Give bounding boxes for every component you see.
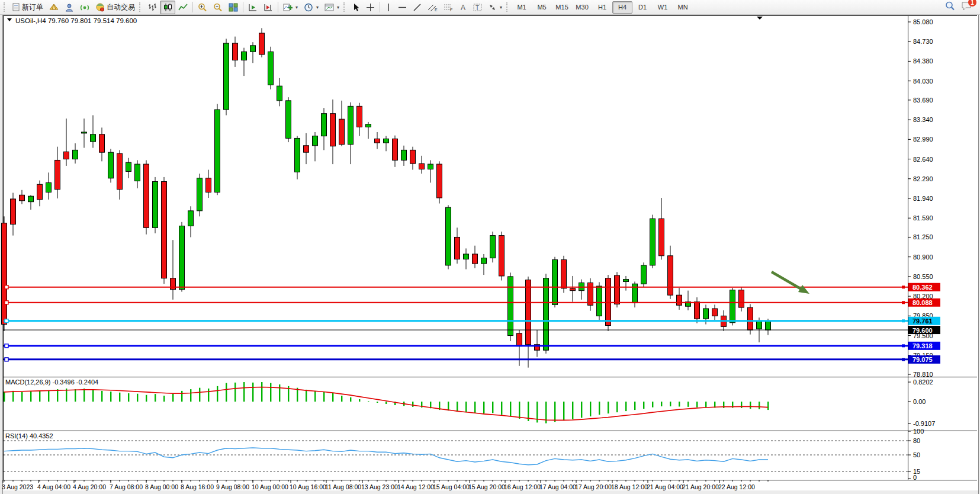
- svg-text:F: F: [450, 8, 452, 12]
- svg-text:85.080: 85.080: [913, 18, 933, 25]
- gold-pyramid-icon: [49, 3, 59, 11]
- label-button[interactable]: T: [470, 1, 485, 14]
- svg-text:-0.9107: -0.9107: [913, 420, 935, 427]
- window-bottom-border: [3, 490, 978, 494]
- timeframe-button-M5[interactable]: M5: [532, 1, 552, 14]
- svg-text:T: T: [475, 4, 479, 11]
- chat-button[interactable]: 1: [961, 1, 972, 13]
- new-order-button[interactable]: 新订单: [9, 1, 46, 14]
- bar-chart-icon: [147, 3, 157, 12]
- svg-text:81.590: 81.590: [913, 214, 933, 222]
- svg-text:10 Aug 00:00: 10 Aug 00:00: [252, 483, 288, 490]
- text-button[interactable]: A: [457, 1, 470, 14]
- gold-pyramid-button[interactable]: [46, 1, 62, 14]
- svg-text:78.810: 78.810: [913, 371, 933, 378]
- svg-text:79.318: 79.318: [912, 342, 933, 349]
- timeframe-button-M1[interactable]: M1: [512, 1, 532, 14]
- timeframe-button-MN[interactable]: MN: [673, 1, 693, 14]
- line-handle[interactable]: [5, 301, 8, 304]
- svg-text:84.030: 84.030: [913, 78, 933, 85]
- dropdown-caret[interactable]: ▾: [337, 5, 339, 10]
- zoom-out-button[interactable]: [210, 1, 226, 14]
- zoom-in-button[interactable]: [195, 1, 210, 14]
- bar-chart-button[interactable]: [144, 1, 160, 14]
- price-chart[interactable]: 85.08084.73084.38084.03083.69083.34082.9…: [0, 0, 980, 494]
- auto-scroll-button[interactable]: [245, 1, 261, 14]
- chart-shift-icon: [264, 3, 273, 12]
- line-handle[interactable]: [902, 344, 905, 347]
- profile-icon: [65, 3, 74, 12]
- svg-text:80.088: 80.088: [912, 299, 933, 306]
- svg-text:21 Aug 20:00: 21 Aug 20:00: [682, 483, 719, 490]
- toolbar-grip: [4, 2, 8, 12]
- text-icon: A: [460, 3, 467, 12]
- svg-text:100: 100: [913, 428, 924, 435]
- svg-text:7 Aug 08:00: 7 Aug 08:00: [110, 483, 143, 490]
- line-handle[interactable]: [902, 358, 905, 361]
- channel-icon: E: [428, 3, 438, 12]
- svg-text:4 Aug 04:00: 4 Aug 04:00: [37, 483, 70, 490]
- toolbar-separator: [278, 2, 278, 12]
- tile-windows-icon: [229, 3, 238, 12]
- globe-icon: [95, 3, 105, 12]
- svg-text:79.761: 79.761: [912, 317, 933, 325]
- new-order-label: 新订单: [22, 2, 43, 12]
- cursor-button[interactable]: [349, 1, 363, 14]
- line-chart-button[interactable]: [175, 1, 191, 14]
- add-indicator-button[interactable]: ▾: [280, 1, 301, 14]
- period-clock-icon: [304, 3, 313, 12]
- chart-shift-button[interactable]: [261, 1, 276, 14]
- trendline-button[interactable]: [410, 1, 425, 14]
- search-button[interactable]: [945, 1, 955, 13]
- line-handle[interactable]: [5, 286, 8, 289]
- svg-text:80.362: 80.362: [912, 284, 933, 291]
- template-button[interactable]: ▾: [322, 1, 342, 14]
- line-handle[interactable]: [5, 319, 8, 323]
- timeframe-button-W1[interactable]: W1: [653, 1, 673, 14]
- svg-text:4 Aug 20:00: 4 Aug 20:00: [73, 483, 106, 490]
- dropdown-caret[interactable]: ▾: [295, 5, 298, 10]
- svg-text:82.290: 82.290: [913, 175, 933, 182]
- profile-button[interactable]: [62, 1, 77, 14]
- auto-trading-button[interactable]: 自动交易: [92, 1, 138, 14]
- crosshair-button[interactable]: [363, 1, 378, 14]
- toolbar-separator: [192, 2, 193, 12]
- channel-button[interactable]: E: [425, 1, 441, 14]
- timeframe-button-M30[interactable]: M30: [572, 1, 592, 14]
- svg-text:17 Aug 04:00: 17 Aug 04:00: [539, 483, 576, 490]
- svg-text:83.690: 83.690: [913, 97, 933, 104]
- line-handle[interactable]: [902, 286, 905, 288]
- line-handle[interactable]: [5, 358, 8, 361]
- line-handle[interactable]: [902, 301, 905, 304]
- svg-text:80.900: 80.900: [913, 254, 933, 261]
- new-order-icon: [12, 3, 20, 11]
- svg-text:18 Aug 12:00: 18 Aug 12:00: [611, 483, 648, 490]
- auto-trading-label: 自动交易: [107, 2, 135, 12]
- fibonacci-button[interactable]: F: [441, 1, 457, 14]
- period-clock-button[interactable]: ▾: [301, 1, 322, 14]
- dropdown-caret[interactable]: ▾: [316, 5, 319, 10]
- toolbar-grip: [506, 2, 510, 12]
- toolbar-right-cluster: 1: [945, 1, 972, 13]
- arrows-button[interactable]: ▾: [485, 1, 505, 14]
- vertical-line-button[interactable]: [382, 1, 395, 14]
- candlestick-chart-button[interactable]: [160, 1, 175, 14]
- tile-windows-button[interactable]: [226, 1, 241, 14]
- timeframe-button-M15[interactable]: M15: [552, 1, 572, 14]
- timeframe-button-D1[interactable]: D1: [632, 1, 653, 14]
- timeframe-toolbar: M1M5M15M30H1H4D1W1MN: [512, 1, 693, 14]
- dropdown-caret[interactable]: ▾: [500, 5, 502, 10]
- horizontal-line-button[interactable]: [395, 1, 410, 14]
- notification-badge[interactable]: 1: [968, 0, 976, 7]
- signal-button[interactable]: [77, 1, 92, 14]
- svg-text:0.8202: 0.8202: [913, 378, 933, 386]
- svg-text:E: E: [435, 8, 438, 12]
- svg-text:14 Aug 12:00: 14 Aug 12:00: [397, 483, 434, 490]
- toolbar-separator: [243, 2, 243, 12]
- timeframe-button-H1[interactable]: H1: [592, 1, 612, 14]
- line-handle[interactable]: [5, 344, 8, 348]
- timeframe-button-H4[interactable]: H4: [612, 1, 632, 14]
- svg-text:80: 80: [913, 437, 920, 444]
- line-handle[interactable]: [902, 319, 905, 322]
- svg-text:50: 50: [913, 451, 920, 458]
